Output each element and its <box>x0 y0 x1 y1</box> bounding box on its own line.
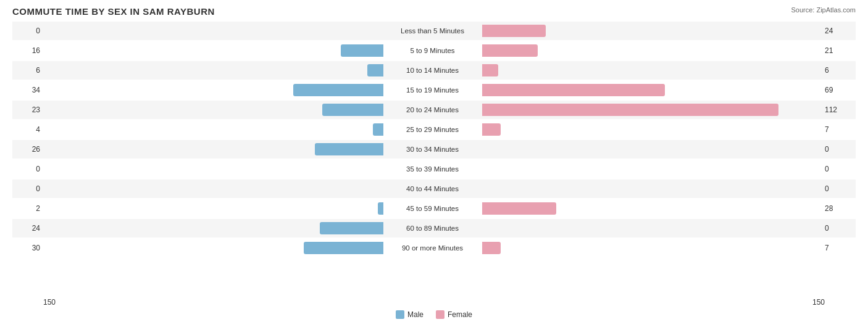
female-value: 69 <box>822 86 856 94</box>
bar-pair-container: 90 or more Minutes <box>43 239 822 257</box>
legend-female-box <box>436 310 444 319</box>
male-bar <box>367 64 383 76</box>
bar-pair-container: 30 to 34 Minutes <box>43 140 822 159</box>
bar-pair: Less than 5 Minutes <box>43 23 822 38</box>
male-value: 34 <box>12 86 43 94</box>
row-label: Less than 5 Minutes <box>383 27 482 35</box>
female-side <box>482 122 822 137</box>
bar-pair-container: 25 to 29 Minutes <box>43 120 822 139</box>
female-side <box>482 221 822 236</box>
row-label: 25 to 29 Minutes <box>383 126 482 133</box>
male-side <box>43 201 383 216</box>
chart-row: 26 30 to 34 Minutes 0 <box>12 140 856 159</box>
male-value: 26 <box>12 145 43 154</box>
female-bar <box>482 242 501 254</box>
row-label: 45 to 59 Minutes <box>383 205 482 212</box>
male-bar <box>293 84 383 96</box>
male-side <box>43 162 383 176</box>
legend-male-label: Male <box>407 310 424 319</box>
female-value: 28 <box>822 204 856 213</box>
row-label: 15 to 19 Minutes <box>383 86 482 94</box>
female-side <box>482 241 822 255</box>
male-bar <box>378 202 383 215</box>
male-side <box>43 83 383 97</box>
male-side <box>43 43 383 58</box>
female-value: 7 <box>822 125 856 134</box>
legend-female: Female <box>436 310 472 319</box>
male-side <box>43 63 383 78</box>
bar-pair: 25 to 29 Minutes <box>43 122 822 137</box>
female-value: 7 <box>822 244 856 252</box>
chart-area: 0 Less than 5 Minutes 24 16 5 to 9 Minut… <box>12 22 856 281</box>
male-value: 0 <box>12 27 43 35</box>
bar-pair-container: Less than 5 Minutes <box>43 22 822 40</box>
row-label: 35 to 39 Minutes <box>383 165 482 173</box>
chart-row: 30 90 or more Minutes 7 <box>12 239 856 257</box>
bar-pair: 60 to 89 Minutes <box>43 221 822 236</box>
chart-title: COMMUTE TIME BY SEX IN SAM RAYBURN <box>12 6 856 17</box>
chart-row: 6 10 to 14 Minutes 6 <box>12 61 856 80</box>
row-label: 5 to 9 Minutes <box>383 47 482 54</box>
male-side <box>43 102 383 117</box>
female-side <box>482 162 822 176</box>
row-label: 40 to 44 Minutes <box>383 185 482 192</box>
male-value: 6 <box>12 66 43 75</box>
bar-pair-container: 35 to 39 Minutes <box>43 160 822 178</box>
female-bar <box>482 84 665 96</box>
bar-pair: 90 or more Minutes <box>43 241 822 255</box>
male-value: 23 <box>12 105 43 114</box>
male-side <box>43 122 383 137</box>
female-value: 0 <box>822 145 856 154</box>
female-side <box>482 201 822 216</box>
male-value: 2 <box>12 204 43 213</box>
chart-row: 23 20 to 24 Minutes 112 <box>12 101 856 119</box>
male-side <box>43 142 383 157</box>
female-side <box>482 43 822 58</box>
bar-pair: 10 to 14 Minutes <box>43 63 822 78</box>
male-value: 0 <box>12 184 43 193</box>
male-bar <box>304 242 383 254</box>
bar-pair: 30 to 34 Minutes <box>43 142 822 157</box>
chart-row: 16 5 to 9 Minutes 21 <box>12 41 856 60</box>
female-bar <box>482 64 498 76</box>
female-value: 0 <box>822 224 856 233</box>
female-bar <box>482 44 538 57</box>
row-label: 90 or more Minutes <box>383 244 482 252</box>
male-bar <box>315 143 383 155</box>
bar-pair: 45 to 59 Minutes <box>43 201 822 216</box>
legend: Male Female <box>12 310 856 319</box>
axis-labels: 150 150 <box>12 298 856 307</box>
male-side <box>43 23 383 38</box>
chart-row: 34 15 to 19 Minutes 69 <box>12 81 856 99</box>
female-value: 0 <box>822 184 856 193</box>
bar-pair-container: 5 to 9 Minutes <box>43 41 822 60</box>
row-label: 30 to 34 Minutes <box>383 146 482 153</box>
male-value: 30 <box>12 244 43 252</box>
bar-pair-container: 40 to 44 Minutes <box>43 180 822 198</box>
female-bar <box>482 104 778 116</box>
female-bar <box>482 25 546 37</box>
male-bar <box>320 222 383 234</box>
male-side <box>43 181 383 196</box>
male-bar <box>322 104 383 116</box>
row-label: 60 to 89 Minutes <box>383 225 482 232</box>
bar-pair: 20 to 24 Minutes <box>43 102 822 117</box>
female-value: 6 <box>822 66 856 75</box>
female-side <box>482 63 822 78</box>
bar-pair-container: 45 to 59 Minutes <box>43 199 822 218</box>
bar-pair-container: 20 to 24 Minutes <box>43 101 822 119</box>
source-label: Source: ZipAtlas.com <box>791 6 856 14</box>
female-value: 112 <box>822 105 856 114</box>
bar-pair: 5 to 9 Minutes <box>43 43 822 58</box>
chart-row: 0 40 to 44 Minutes 0 <box>12 180 856 198</box>
chart-row: 2 45 to 59 Minutes 28 <box>12 199 856 218</box>
male-bar <box>373 123 383 136</box>
female-side <box>482 102 822 117</box>
bottom-section: 150 150 Male Female <box>12 297 856 319</box>
bar-pair: 35 to 39 Minutes <box>43 162 822 176</box>
female-bar <box>482 123 501 136</box>
female-side <box>482 142 822 157</box>
female-side <box>482 181 822 196</box>
chart-container: COMMUTE TIME BY SEX IN SAM RAYBURN Sourc… <box>0 0 868 322</box>
chart-row: 0 Less than 5 Minutes 24 <box>12 22 856 40</box>
